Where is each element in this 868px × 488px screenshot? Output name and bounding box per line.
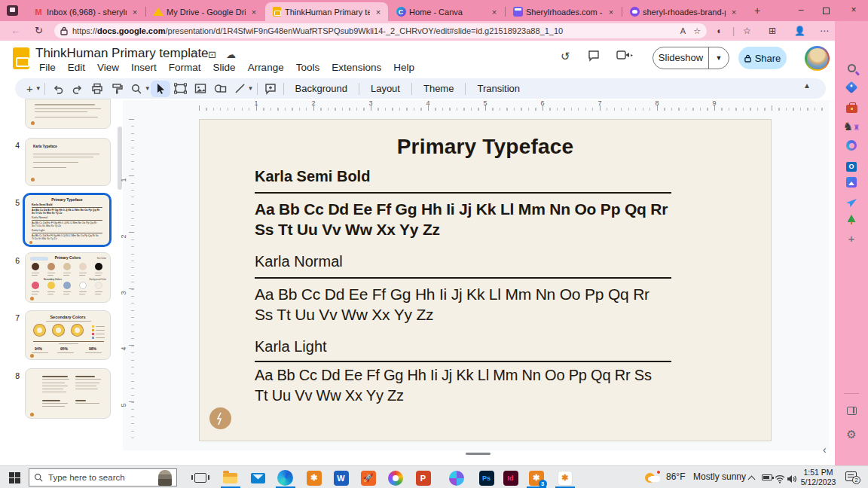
favorites-icon[interactable]: ☆ <box>743 26 751 36</box>
alphabet-light[interactable]: Aa Bb Cc Dd Ee Ff Gg Hh Ii Jj Kk Ll Mm N… <box>255 365 692 405</box>
address-field[interactable]: https://docs.google.com/presentation/d/1… <box>54 23 707 38</box>
read-aloud-icon[interactable]: A <box>680 26 686 35</box>
indesign-icon[interactable]: Id <box>503 470 518 486</box>
background-button[interactable]: Background <box>287 83 356 94</box>
collections-icon[interactable]: ⊞ <box>769 26 776 36</box>
tab-close-icon[interactable]: × <box>729 8 739 17</box>
insert-line-icon[interactable] <box>231 81 249 97</box>
favorite-star-icon[interactable]: ☆ <box>693 26 701 36</box>
menu-insert[interactable]: Insert <box>125 61 163 74</box>
document-title[interactable]: ThinkHuman Primary template <box>35 46 209 61</box>
weather-temp[interactable]: 86°F <box>666 471 685 482</box>
weather-icon[interactable] <box>645 470 662 485</box>
comments-icon[interactable] <box>588 50 600 65</box>
meet-camera-icon[interactable] <box>616 50 633 63</box>
thumbnail-slide-3[interactable] <box>25 99 111 129</box>
thumbnail-slide-8[interactable] <box>25 368 111 419</box>
refresh-icon[interactable]: ↻ <box>35 25 43 36</box>
thumbnail-slide-7[interactable]: Secondary Colors 94% 95% 98% <box>25 310 111 360</box>
powerpoint-icon[interactable]: P <box>415 470 431 486</box>
starburst-app-icon[interactable]: ✱ <box>557 470 573 486</box>
undo-icon[interactable] <box>48 81 68 97</box>
sidebar-tree-icon[interactable] <box>835 214 868 227</box>
text-box-icon[interactable] <box>170 81 191 97</box>
tab-search-icon[interactable] <box>7 5 18 16</box>
tab-close-icon[interactable]: × <box>489 8 500 17</box>
clock[interactable]: 1:51 PM 5/12/2023 <box>799 468 838 487</box>
section-name-light[interactable]: Karla Light <box>255 338 327 355</box>
menu-tools[interactable]: Tools <box>290 61 326 74</box>
file-explorer-icon[interactable] <box>222 470 238 486</box>
tab-close-icon[interactable]: × <box>373 8 384 17</box>
thumbnail-slide-6[interactable]: Primary Colors Text Color Secondary Colo… <box>25 252 111 303</box>
sidebar-outlook-icon[interactable]: O <box>835 158 868 172</box>
insert-comment-icon[interactable] <box>261 81 280 97</box>
zoom-icon[interactable] <box>127 81 146 97</box>
menu-view[interactable]: View <box>91 61 125 74</box>
menu-slide[interactable]: Slide <box>207 61 242 74</box>
menu-help[interactable]: Help <box>387 61 420 74</box>
transition-button[interactable]: Transition <box>469 83 528 94</box>
orange-app-icon[interactable] <box>306 470 322 486</box>
sidebar-settings-icon[interactable]: ⚙ <box>835 428 868 441</box>
menu-format[interactable]: Format <box>163 61 207 74</box>
tab-website[interactable]: Sherylrhoades.com - Websi × <box>506 2 621 21</box>
move-folder-icon[interactable]: ⊡ <box>208 49 216 60</box>
battery-icon[interactable] <box>762 474 772 480</box>
more-options-icon[interactable]: ⋯ <box>820 26 829 36</box>
edge-icon[interactable] <box>277 470 293 486</box>
sidebar-search-icon[interactable] <box>835 62 868 75</box>
start-button[interactable] <box>9 472 20 483</box>
photoshop-icon[interactable]: Ps <box>478 470 494 486</box>
notification-center-icon[interactable]: 2 <box>845 471 857 481</box>
sidebar-tools-icon[interactable] <box>835 102 868 116</box>
slideshow-button[interactable]: Slideshow <box>653 47 709 69</box>
task-view-button[interactable] <box>194 473 206 483</box>
tab-drive[interactable]: My Drive - Google Drive × <box>147 2 264 21</box>
new-tab-button[interactable]: + <box>750 4 764 17</box>
tab-gmail[interactable]: M Inbox (6,968) - sherylrhoade × <box>27 2 145 21</box>
creative-app-icon[interactable] <box>387 470 403 486</box>
show-side-panel-icon[interactable]: ‹ <box>823 444 827 456</box>
thumbnail-slide-5-selected[interactable]: Primary Typeface Karla Semi Bold Aa Bb C… <box>23 193 112 247</box>
add-slide-dropdown[interactable]: ▼ <box>35 85 41 92</box>
menu-arrange[interactable]: Arrange <box>242 61 290 74</box>
print-icon[interactable] <box>87 81 107 97</box>
zoom-dropdown[interactable]: ▼ <box>145 85 151 92</box>
select-tool-active[interactable] <box>151 81 170 97</box>
tab-slides-active[interactable]: ThinkHuman Primary templ × <box>265 2 388 21</box>
close-button[interactable]: × <box>845 5 862 17</box>
alphabet-normal[interactable]: Aa Bb Cc Dd Ee Ff Gg Hh Ii Jj Kk Ll Mm N… <box>255 285 692 325</box>
word-icon[interactable]: W <box>333 470 349 486</box>
maximize-button[interactable] <box>818 5 835 17</box>
browser-essentials-icon[interactable]: ◖ <box>716 26 721 36</box>
theme-button[interactable]: Theme <box>415 83 462 94</box>
back-icon[interactable]: ← <box>11 25 20 36</box>
mail-icon[interactable] <box>250 470 266 486</box>
sidebar-designer-icon[interactable] <box>835 177 868 191</box>
weather-desc[interactable]: Mostly sunny <box>693 471 746 482</box>
sidebar-games-icon[interactable]: ♞♜ <box>835 120 868 133</box>
version-history-icon[interactable]: ↺ <box>561 50 570 63</box>
tab-portfolio[interactable]: sheryl-rhoades-brand-portf × <box>623 2 744 21</box>
section-name-semibold[interactable]: Karla Semi Bold <box>255 168 370 185</box>
notified-app-icon[interactable]: 3 <box>528 470 544 486</box>
account-avatar[interactable] <box>805 46 830 71</box>
star-document-icon[interactable]: ☆ <box>190 49 199 60</box>
alphabet-semibold[interactable]: Aa Bb Cc Dd Ee Ff Gg Hh Ii Jj Kk Ll Mm N… <box>255 200 692 239</box>
taskbar-search[interactable]: Type here to search <box>29 468 177 486</box>
layout-button[interactable]: Layout <box>362 83 408 94</box>
menu-edit[interactable]: Edit <box>62 61 91 74</box>
minimize-button[interactable]: – <box>793 5 809 17</box>
wifi-icon[interactable] <box>775 473 785 486</box>
tab-close-icon[interactable]: × <box>249 8 259 17</box>
menu-extensions[interactable]: Extensions <box>326 61 387 74</box>
rocket-app-icon[interactable]: 🚀 <box>360 470 376 486</box>
volume-icon[interactable] <box>787 473 796 486</box>
tab-close-icon[interactable]: × <box>606 8 616 17</box>
sidebar-drop-icon[interactable] <box>835 197 868 210</box>
menu-file[interactable]: File <box>33 61 62 74</box>
insert-shape-icon[interactable] <box>210 81 231 97</box>
insert-image-icon[interactable] <box>191 81 210 97</box>
thumbnail-slide-4[interactable]: Karla Typeface <box>25 138 111 186</box>
